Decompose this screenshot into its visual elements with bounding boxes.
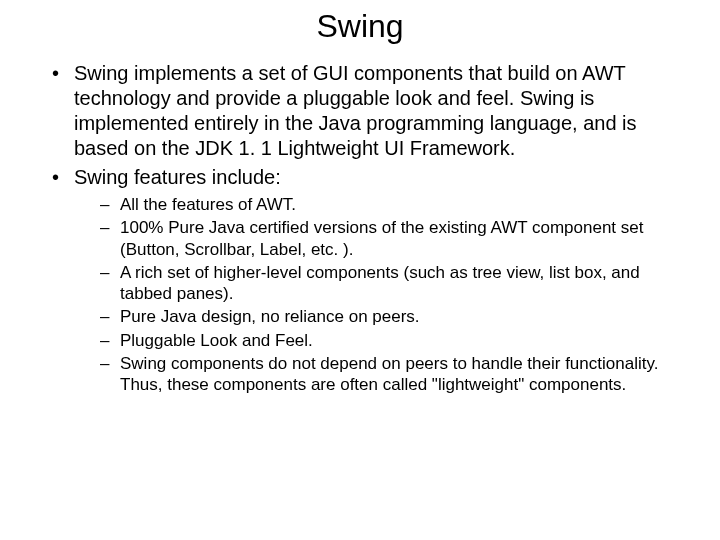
list-item: Pure Java design, no reliance on peers.	[100, 306, 692, 327]
list-item: Swing components do not depend on peers …	[100, 353, 692, 396]
list-item: 100% Pure Java certified versions of the…	[100, 217, 692, 260]
list-item-text: Pluggable Look and Feel.	[120, 331, 313, 350]
list-item: Swing features include: All the features…	[52, 165, 692, 395]
sub-bullet-list: All the features of AWT. 100% Pure Java …	[74, 194, 692, 395]
list-item-text: Swing implements a set of GUI components…	[74, 62, 637, 159]
list-item-text: Swing features include:	[74, 166, 281, 188]
bullet-list: Swing implements a set of GUI components…	[28, 61, 692, 395]
list-item: Pluggable Look and Feel.	[100, 330, 692, 351]
list-item-text: Swing components do not depend on peers …	[120, 354, 658, 394]
list-item: A rich set of higher-level components (s…	[100, 262, 692, 305]
list-item: Swing implements a set of GUI components…	[52, 61, 692, 161]
list-item: All the features of AWT.	[100, 194, 692, 215]
list-item-text: All the features of AWT.	[120, 195, 296, 214]
list-item-text: Pure Java design, no reliance on peers.	[120, 307, 420, 326]
list-item-text: A rich set of higher-level components (s…	[120, 263, 640, 303]
page-title: Swing	[28, 8, 692, 45]
list-item-text: 100% Pure Java certified versions of the…	[120, 218, 644, 258]
